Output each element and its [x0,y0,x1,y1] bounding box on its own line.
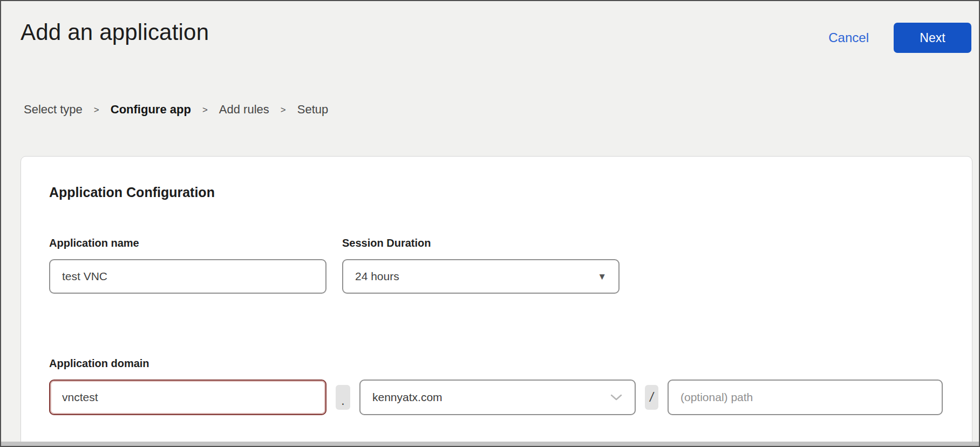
application-name-field-group: Application name [49,237,326,294]
domain-select-value: kennyatx.com [372,391,443,404]
subdomain-input[interactable] [49,380,326,415]
caret-down-icon: ▼ [597,272,607,281]
breadcrumb-step-configure-app[interactable]: Configure app [111,103,191,117]
header-actions: Cancel Next [828,23,971,53]
breadcrumb-step-select-type[interactable]: Select type [24,103,83,117]
session-duration-field-group: Session Duration 24 hours ▼ [342,237,620,294]
application-domain-row: . kennyatx.com / [49,380,944,415]
breadcrumb-separator-icon: > [281,105,286,116]
session-duration-label: Session Duration [342,237,620,249]
page-title: Add an application [21,19,209,45]
cancel-button[interactable]: Cancel [828,30,869,45]
breadcrumb: Select type > Configure app > Add rules … [24,103,328,117]
breadcrumb-separator-icon: > [202,105,208,116]
application-name-input[interactable] [49,259,326,294]
name-and-duration-row: Application name Session Duration 24 hou… [49,237,944,294]
slash-separator: / [645,385,658,410]
session-duration-value: 24 hours [355,270,399,283]
application-domain-field-group: Application domain . kennyatx.com / [49,357,944,415]
application-name-label: Application name [49,237,326,249]
breadcrumb-separator-icon: > [94,105,99,116]
add-application-page: Add an application Cancel Next Select ty… [0,0,980,447]
session-duration-select[interactable]: 24 hours ▼ [342,259,620,294]
application-domain-label: Application domain [49,357,944,370]
next-button[interactable]: Next [894,23,971,53]
breadcrumb-step-setup[interactable]: Setup [297,103,329,117]
domain-select[interactable]: kennyatx.com [359,380,636,415]
path-input[interactable] [668,380,943,415]
breadcrumb-step-add-rules[interactable]: Add rules [219,103,269,117]
chevron-down-icon [610,394,623,401]
window-bottom-edge [1,442,979,446]
card-heading: Application Configuration [49,185,944,200]
application-configuration-card: Application Configuration Application na… [21,156,972,447]
dot-separator: . [336,385,350,410]
